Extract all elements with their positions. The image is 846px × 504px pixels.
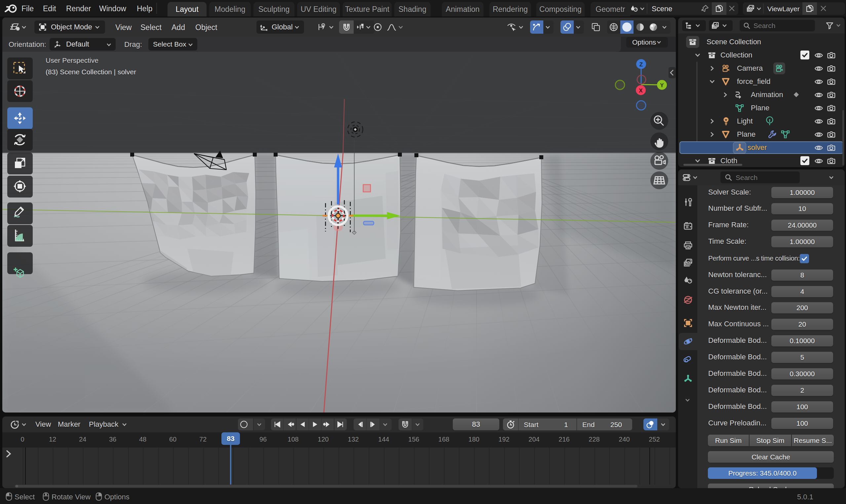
svg-text:X: X — [639, 88, 643, 94]
svg-text:Z: Z — [639, 61, 643, 68]
svg-text:Y: Y — [660, 82, 664, 89]
